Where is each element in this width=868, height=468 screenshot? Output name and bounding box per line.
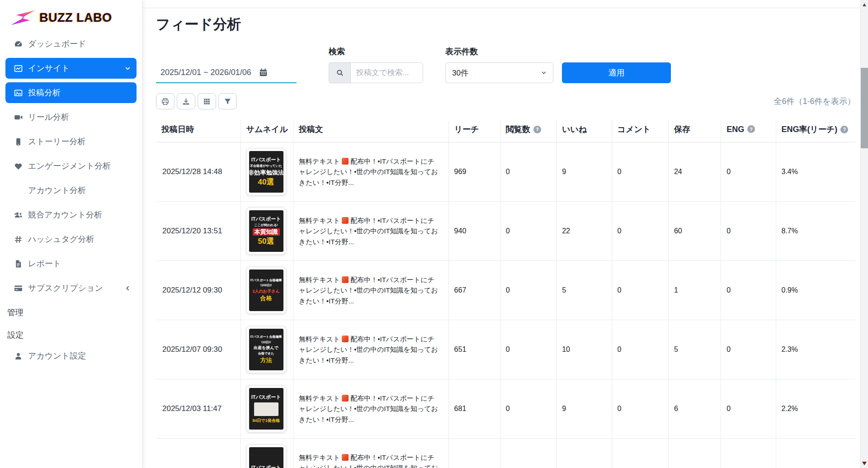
cell-reach: 969 [448,142,500,202]
sidebar-item-engagement-analysis[interactable]: エンゲージメント分析 [5,156,137,176]
per-page-select[interactable]: 30件 [445,62,553,83]
help-icon[interactable]: ? [840,126,848,133]
column-header-comments: コメント [612,120,668,142]
scroll-up-arrow[interactable] [861,1,868,8]
thumbnail-text: ここが問われる! [254,223,278,227]
sidebar-item-label: サブスクリプション [28,283,103,293]
gift-emoji-icon [342,158,349,165]
down-triangle-icon [862,462,867,465]
help-icon[interactable]: ? [533,126,541,133]
date-range-value: 2025/12/01 ~ 2026/01/06 [160,68,251,77]
sidebar-section-settings[interactable]: 設定 [5,325,137,345]
search-input[interactable] [350,62,423,83]
cell-eng_rate: 8.7% [776,202,855,261]
sidebar-nav: ダッシュボードインサイト投稿分析リール分析ストーリー分析エンゲージメント分析アカ… [5,33,137,366]
cell-reach: 940 [448,202,500,261]
sidebar-item-insight[interactable]: インサイト [5,58,137,79]
cell-eng_rate: 3.4% [776,142,855,202]
cell-saves: 24 [668,142,721,202]
post-thumbnail[interactable]: ITパスポートここが問われる!本質知識50選 [246,208,286,255]
thumbnail-text: 非効率勉強法 [249,169,283,176]
search-label: 検索 [329,46,423,57]
print-icon [161,97,170,106]
gauge-icon [13,38,24,49]
calendar-icon[interactable] [259,68,268,77]
thumbnail-text: 84日で1発合格 [252,418,279,423]
sidebar-item-hashtag-analysis[interactable]: ハッシュタグ分析 [5,229,137,250]
table-row: 2025/12/12 09:30ITパスポート合格確率\103日!/2人のお子さ… [156,261,855,320]
sidebar-section-admin[interactable]: 管理 [5,302,137,323]
cell-datetime [156,439,241,468]
sidebar-item-subscription[interactable]: サブスクリプション [5,278,137,298]
per-page-value: 30件 [452,68,468,78]
post-thumbnail[interactable]: ITパスポート合格確率\13日!/出産を挟んで合格できた方法 [246,326,286,373]
sidebar-item-competitor-analysis[interactable]: 競合アカウント分析 [5,204,137,225]
sidebar-item-label: リール分析 [28,112,69,123]
chevron-down-icon[interactable] [124,65,131,72]
sidebar-item-account-settings[interactable]: アカウント設定 [5,345,137,366]
cell-saves: 5 [668,320,721,379]
cell-likes: 5 [557,261,612,320]
sidebar-item-story-analysis[interactable]: ストーリー分析 [5,131,137,152]
cell-views: 0 [500,379,556,439]
column-label: サムネイル [246,125,288,134]
thumbnail-text: ITパスポート [251,394,281,400]
gift-emoji-icon [342,454,349,461]
post-thumbnail[interactable]: ITパスポート [246,444,286,468]
cell-eng: 0 [721,320,776,379]
sidebar-item-label: 投稿分析 [28,87,61,98]
sidebar-item-report[interactable]: レポート [5,253,137,274]
search-group: 検索 [329,46,423,83]
thumbnail-text: ITパスポート [251,465,281,468]
person-icon [13,350,24,361]
cell-views: 0 [500,320,556,379]
page-title: フィード分析 [156,15,855,34]
post-thumbnail[interactable]: ITパスポート合格確率\103日!/2人のお子さん合格 [246,267,286,314]
cell-datetime: 2025/12/12 09:30 [156,261,241,320]
scrollbar-thumb[interactable] [861,68,868,148]
grid-button[interactable] [198,93,216,109]
thumbnail-text: ITパスポート合格確率 [250,279,282,282]
sidebar-item-post-analysis[interactable]: 投稿分析 [5,82,137,103]
column-header-saves: 保存 [668,120,721,142]
cell-datetime: 2025/12/03 11:47 [156,379,241,439]
post-text: 無料テキスト [299,217,340,224]
chevron-left-icon[interactable] [124,285,131,292]
logo[interactable]: BUZZ LABO [5,8,137,33]
download-button[interactable] [177,93,195,109]
vertical-scrollbar[interactable] [860,0,868,468]
cell-eng_rate: 2.2% [776,379,855,439]
thumbnail-text: \13日!/ [261,340,271,344]
download-icon [182,97,190,106]
column-header-eng: ENG? [721,120,776,142]
cell-comments: 0 [612,202,668,261]
thumbnail-text: 出産を挟んで [254,345,278,350]
post-thumbnail[interactable]: ITパスポート不合格者がやっていた非効率勉強法40選 [246,148,286,195]
date-range-group: 2025/12/01 ~ 2026/01/06 [156,63,329,83]
sidebar-item-label: エンゲージメント分析 [28,161,111,171]
sidebar-item-label: ダッシュボード [28,38,86,49]
sidebar-item-account-analysis[interactable]: アカウント分析 [5,180,137,201]
cell-comments: 0 [612,261,668,320]
apply-button[interactable]: 適用 [562,62,671,83]
cell-eng: 0 [721,142,776,202]
thumbnail-text: 不合格者がやっていた [250,164,282,168]
sidebar-item-reel-analysis[interactable]: リール分析 [5,107,137,128]
filter-button[interactable] [218,93,237,109]
chart-icon [13,63,24,74]
post-thumbnail[interactable]: ITパスポート84日で1発合格 [246,385,286,432]
sidebar-item-dashboard[interactable]: ダッシュボード [5,33,137,54]
print-button[interactable] [156,93,175,109]
column-label: 投稿日時 [161,125,194,134]
column-header-thumbnail: サムネイル [241,120,293,142]
thumbnail-text: 50選 [258,237,274,246]
cell-views: 0 [500,261,556,320]
date-range-input[interactable]: 2025/12/01 ~ 2026/01/06 [156,63,297,83]
cell-likes: 10 [557,320,612,379]
thumbnail-text: 2人のお子さん [253,289,280,294]
sidebar-item-label: アカウント分析 [28,185,86,196]
table-row: 2025/12/20 13:51ITパスポートここが問われる!本質知識50選無料… [156,202,855,261]
help-icon[interactable]: ? [747,125,755,133]
scroll-down-arrow[interactable] [861,460,868,467]
thumbnail-image: ITパスポート不合格者がやっていた非効率勉強法40選 [249,151,283,193]
